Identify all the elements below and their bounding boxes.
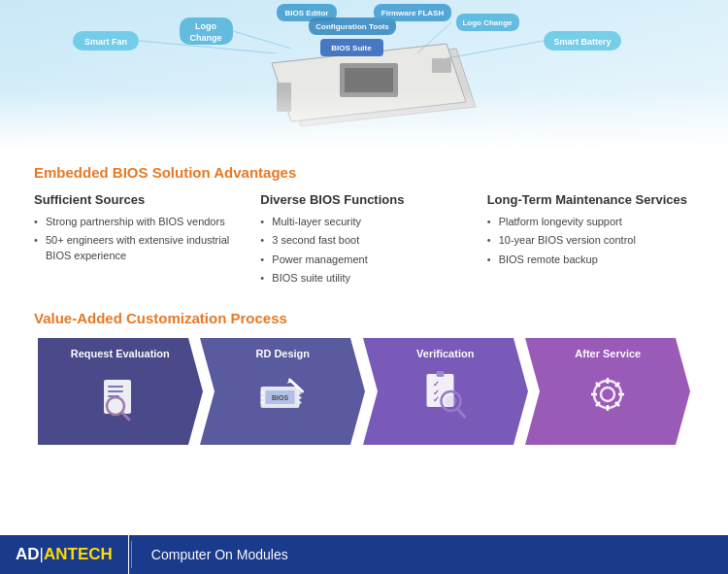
step-after-service: After Service	[522, 338, 695, 445]
svg-rect-50	[436, 371, 444, 377]
step3-icon: ✓ ✓ ✓	[418, 370, 472, 428]
svg-text:BIOS Editor: BIOS Editor	[285, 9, 329, 17]
step-request-eval: Request Evaluation	[34, 338, 207, 445]
step1-label: Request Evaluation	[71, 348, 170, 359]
svg-text:BIOS: BIOS	[272, 394, 288, 401]
svg-text:Logo Change: Logo Change	[462, 18, 513, 27]
svg-rect-42	[261, 401, 265, 404]
svg-rect-40	[261, 391, 265, 394]
svg-text:Configuration Tools: Configuration Tools	[315, 22, 389, 31]
svg-text:Change: Change	[189, 33, 221, 43]
step1-icon	[96, 375, 145, 436]
advantage-col-2: Diverse BIOS Functions Multi-layer secur…	[260, 192, 467, 290]
step-rd-design: RD Design BIOS	[197, 338, 370, 445]
footer-subtitle: Computer On Modules	[134, 547, 306, 562]
col2-title: Diverse BIOS Functions	[260, 192, 467, 207]
svg-text:Firmware FLASH: Firmware FLASH	[381, 9, 445, 17]
svg-rect-45	[298, 401, 302, 404]
col1-list: Strong partnership with BIOS vendors 50+…	[34, 215, 241, 263]
step2-icon: BIOS	[256, 372, 310, 428]
svg-line-56	[457, 409, 464, 417]
process-title: Value-Added Customization Process	[34, 310, 694, 326]
svg-point-59	[601, 388, 614, 401]
svg-text:Logo: Logo	[195, 21, 216, 31]
col2-item-2: 3 second fast boot	[260, 233, 467, 248]
footer-logo-box: AD|ANTECH	[0, 535, 129, 574]
col3-item-2: 10-year BIOS version control	[487, 233, 694, 248]
step2-label: RD Design	[255, 348, 310, 359]
step4-icon	[583, 370, 632, 426]
advantage-col-1: Sufficient Sources Strong partnership wi…	[34, 192, 241, 290]
advantage-col-3: Long-Term Maintenance Services Platform …	[487, 192, 694, 290]
diagram-svg: Smart Fan Logo Change BIOS Editor Config…	[0, 0, 728, 151]
footer: AD|ANTECH Computer On Modules	[0, 535, 728, 574]
col3-item-3: BIOS remote backup	[487, 253, 694, 267]
svg-text:Smart Battery: Smart Battery	[553, 37, 611, 47]
col1-title: Sufficient Sources	[34, 192, 241, 207]
col1-item-2: 50+ engineers with extensive industrial …	[34, 233, 241, 263]
svg-rect-41	[261, 396, 265, 399]
process-steps: Request Evaluation	[34, 338, 694, 445]
step4-label: After Service	[575, 348, 641, 359]
svg-line-35	[122, 413, 129, 420]
footer-logo-antech: ANTECH	[44, 545, 113, 564]
col3-item-1: Platform longevity support	[487, 215, 694, 229]
step3-label: Verification	[416, 348, 474, 359]
svg-text:Smart Fan: Smart Fan	[84, 37, 127, 47]
process-section: Value-Added Customization Process Reques…	[34, 310, 694, 445]
diagram-area: Smart Fan Logo Change BIOS Editor Config…	[0, 0, 728, 151]
footer-divider	[131, 541, 132, 568]
col2-list: Multi-layer security 3 second fast boot …	[260, 215, 467, 287]
advantages-grid: Sufficient Sources Strong partnership wi…	[34, 192, 694, 290]
svg-rect-32	[108, 390, 123, 392]
step-verification: Verification ✓ ✓ ✓	[359, 338, 532, 445]
col3-list: Platform longevity support 10-year BIOS …	[487, 215, 694, 267]
svg-rect-31	[108, 386, 123, 388]
col1-item-1: Strong partnership with BIOS vendors	[34, 215, 241, 229]
footer-logo-adv: AD	[16, 545, 40, 564]
svg-text:BIOS Suite: BIOS Suite	[331, 44, 372, 52]
section-main-title: Embedded BIOS Solution Advantages	[34, 164, 694, 181]
col2-item-3: Power management	[260, 253, 467, 267]
col3-title: Long-Term Maintenance Services	[487, 192, 694, 207]
main-content: Embedded BIOS Solution Advantages Suffic…	[0, 151, 728, 445]
col2-item-4: BIOS suite utility	[260, 271, 467, 286]
col2-item-1: Multi-layer security	[260, 215, 467, 229]
svg-point-55	[445, 395, 456, 407]
svg-text:✓: ✓	[432, 395, 439, 404]
svg-text:✓: ✓	[432, 380, 439, 388]
svg-rect-44	[298, 396, 302, 399]
